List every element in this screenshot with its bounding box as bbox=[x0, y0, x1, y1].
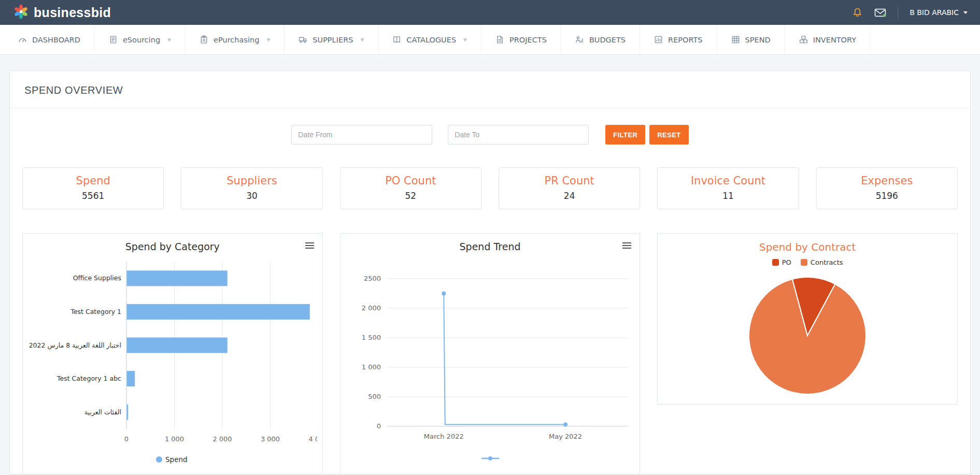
spend-trend-chart-box: Spend Trend 05001 0001 5002 0002500March… bbox=[340, 233, 641, 474]
chart-title-spend-trend: Spend Trend bbox=[345, 241, 636, 252]
svg-text:Test Category 1: Test Category 1 bbox=[70, 308, 121, 315]
legend-swatch bbox=[772, 259, 779, 266]
title-divider bbox=[10, 108, 970, 108]
svg-text:4 000: 4 000 bbox=[308, 435, 317, 443]
date-to-input[interactable] bbox=[448, 125, 589, 145]
svg-text:May 2022: May 2022 bbox=[549, 433, 582, 440]
svg-text:2 000: 2 000 bbox=[361, 304, 380, 312]
chevron-down-icon: ▼ bbox=[266, 37, 270, 42]
svg-text:1 000: 1 000 bbox=[361, 363, 380, 371]
nav-item-reports[interactable]: REPORTS bbox=[640, 25, 716, 54]
messages-mail-icon[interactable] bbox=[874, 8, 886, 18]
svg-text:1 000: 1 000 bbox=[165, 435, 184, 443]
truck-icon bbox=[299, 35, 307, 44]
user-menu[interactable]: B BID ARABIC bbox=[910, 8, 968, 17]
filter-button[interactable]: FILTER bbox=[605, 125, 645, 145]
pie-chart-canvas bbox=[663, 269, 952, 399]
clipboard-icon bbox=[200, 35, 208, 44]
kpi-title: Invoice Count bbox=[661, 175, 795, 187]
chevron-down-icon: ▼ bbox=[360, 37, 364, 42]
kpi-value: 52 bbox=[344, 191, 478, 201]
nav-item-label: SUPPLIERS bbox=[313, 36, 353, 44]
reset-button[interactable]: RESET bbox=[649, 125, 688, 145]
nav-item-label: CATALOGUES bbox=[406, 36, 456, 44]
nav-item-esourcing[interactable]: eSourcing▼ bbox=[94, 25, 185, 54]
user-menu-label: B BID ARABIC bbox=[910, 8, 959, 17]
nav-item-label: ePurchasing bbox=[214, 36, 259, 44]
businessbid-flower-icon bbox=[12, 3, 30, 22]
notifications-bell-icon[interactable] bbox=[852, 7, 863, 18]
svg-text:1 500: 1 500 bbox=[361, 334, 380, 341]
chart-title-spend-by-category: Spend by Category bbox=[27, 241, 318, 252]
svg-text:March 2022: March 2022 bbox=[423, 433, 463, 440]
nav-item-label: eSourcing bbox=[123, 36, 160, 44]
kpi-card-spend: Spend5561 bbox=[22, 167, 164, 209]
svg-text:0: 0 bbox=[376, 422, 380, 430]
kpi-card-expenses: Expenses5196 bbox=[816, 167, 958, 209]
kpi-title: PR Count bbox=[502, 175, 636, 187]
kpi-title: Spend bbox=[26, 175, 160, 187]
svg-text:2 000: 2 000 bbox=[212, 435, 232, 443]
nav-item-label: BUDGETS bbox=[589, 36, 626, 44]
nav-item-inventory[interactable]: INVENTORY bbox=[785, 25, 871, 54]
nav-item-suppliers[interactable]: SUPPLIERS▼ bbox=[284, 25, 378, 54]
legend-item-contracts[interactable]: Contracts bbox=[801, 258, 843, 266]
spend-by-contract-chart-box: Spend by Contract POContracts bbox=[657, 233, 958, 405]
legend-swatch bbox=[801, 259, 807, 266]
book-icon bbox=[392, 35, 401, 44]
budget-icon bbox=[575, 35, 584, 44]
chart-menu-icon[interactable] bbox=[305, 242, 314, 250]
spend-by-category-chart-box: Spend by Category 01 0002 0003 0004 000O… bbox=[22, 233, 323, 474]
topbar: businessbid B BID ARABIC bbox=[0, 0, 980, 25]
kpi-value: 5561 bbox=[26, 191, 160, 201]
nav-item-label: INVENTORY bbox=[813, 36, 856, 44]
kpi-card-invoice-count: Invoice Count11 bbox=[657, 167, 799, 209]
svg-text:0: 0 bbox=[124, 435, 129, 443]
line-chart-canvas: 05001 0001 5002 0002500March 2022May 202… bbox=[346, 255, 635, 470]
kpi-value: 5196 bbox=[820, 191, 954, 201]
svg-text:Spend: Spend bbox=[165, 455, 188, 464]
chevron-down-icon: ▼ bbox=[463, 37, 467, 42]
nav-list: DASHBOARDeSourcing▼ePurchasing▼SUPPLIERS… bbox=[4, 25, 871, 54]
page-title: SPEND OVERVIEW bbox=[10, 71, 970, 108]
svg-text:2500: 2500 bbox=[363, 275, 380, 282]
kpi-title: PO Count bbox=[344, 175, 478, 187]
nav-item-epurchasing[interactable]: ePurchasing▼ bbox=[185, 25, 284, 54]
chevron-down-icon bbox=[963, 11, 968, 14]
date-from-input[interactable] bbox=[291, 125, 432, 145]
kpi-title: Suppliers bbox=[184, 175, 319, 187]
kpi-card-suppliers: Suppliers30 bbox=[181, 167, 322, 209]
file-icon bbox=[495, 35, 504, 44]
nav-item-dashboard[interactable]: DASHBOARD bbox=[4, 25, 94, 54]
nav-item-budgets[interactable]: BUDGETS bbox=[561, 25, 640, 54]
kpi-value: 11 bbox=[661, 191, 795, 201]
svg-text:الفئات العربية: الفئات العربية bbox=[84, 408, 121, 416]
nav-item-catalogues[interactable]: CATALOGUES▼ bbox=[378, 25, 481, 54]
nav-item-label: SPEND bbox=[745, 36, 771, 44]
topbar-divider bbox=[898, 7, 898, 18]
brand-logo[interactable]: businessbid bbox=[12, 3, 111, 22]
kpi-card-po-count: PO Count52 bbox=[340, 167, 481, 209]
main-navbar: DASHBOARDeSourcing▼ePurchasing▼SUPPLIERS… bbox=[0, 25, 980, 55]
nav-item-projects[interactable]: PROJECTS bbox=[481, 25, 561, 54]
svg-text:500: 500 bbox=[368, 393, 381, 400]
svg-text:Office Supplies: Office Supplies bbox=[73, 274, 121, 282]
filter-row: FILTER RESET bbox=[10, 125, 970, 145]
pie-legend: POContracts bbox=[662, 258, 953, 266]
chart-title-spend-by-contract: Spend by Contract bbox=[662, 241, 953, 253]
svg-text:3 000: 3 000 bbox=[261, 435, 280, 443]
report-icon bbox=[654, 35, 663, 44]
legend-item-po[interactable]: PO bbox=[772, 258, 791, 266]
chart-menu-icon[interactable] bbox=[622, 242, 631, 250]
svg-text:Test Category 1 abc: Test Category 1 abc bbox=[56, 375, 121, 382]
kpi-card-pr-count: PR Count24 bbox=[499, 167, 640, 209]
kpi-row: Spend5561Suppliers30PO Count52PR Count24… bbox=[22, 167, 958, 209]
grid-icon bbox=[731, 35, 740, 44]
bar-chart-canvas: 01 0002 0003 0004 000Office SuppliesTest… bbox=[28, 255, 317, 470]
spend-overview-card: SPEND OVERVIEW FILTER RESET Spend5561Sup… bbox=[9, 70, 971, 474]
dashboard-icon bbox=[18, 35, 27, 44]
brand-name: businessbid bbox=[34, 5, 111, 20]
chevron-down-icon: ▼ bbox=[167, 37, 171, 42]
nav-item-spend[interactable]: SPEND bbox=[717, 25, 785, 54]
svg-text:اختبار اللغة العربية 8 مارس 20: اختبار اللغة العربية 8 مارس 2022 bbox=[29, 341, 121, 350]
